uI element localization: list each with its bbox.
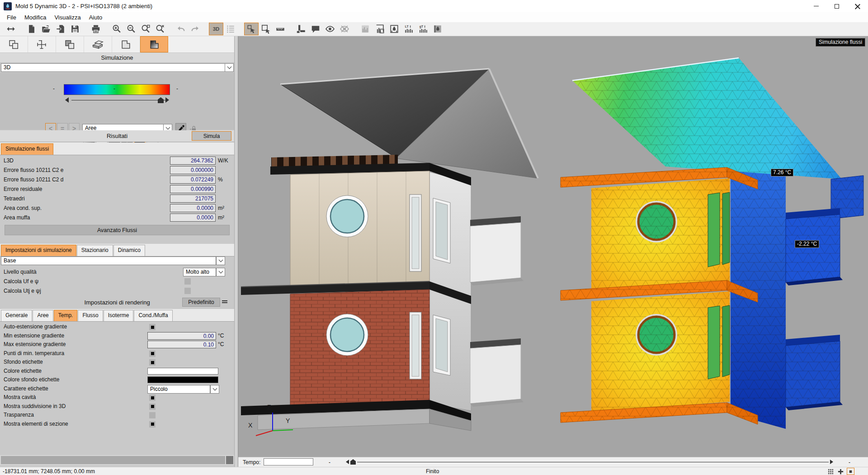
rendering-menu-icon[interactable] [222,299,227,305]
checkbox-checked[interactable] [149,404,156,410]
view-3d-button[interactable]: 3D [209,23,223,35]
time-slider-handle[interactable] [350,459,356,465]
panel-tab-gradient[interactable] [140,36,168,52]
checkbox-checked[interactable] [149,394,156,401]
preset-select-arrow[interactable] [216,256,225,265]
preset-select[interactable]: Base [1,256,216,265]
menu-aiuto[interactable]: Aiuto [85,13,107,22]
gradient-slider-track[interactable] [71,100,166,100]
chart-humidity-button[interactable] [387,23,401,35]
render-list-button[interactable] [223,23,238,35]
chart-results-button[interactable] [358,23,373,35]
snap-cross-icon[interactable] [837,468,844,475]
gradient-colorbar[interactable] [64,84,170,95]
sim-tab-stazionario[interactable]: Stazionario [77,245,113,256]
print-button[interactable] [89,23,103,35]
undo-button[interactable] [174,23,188,35]
chart-lt-button[interactable]: LT [401,23,416,35]
select-button[interactable] [244,23,259,35]
show-element-button[interactable] [323,23,337,35]
panel-tab-compare[interactable] [0,36,28,52]
menu-modifica[interactable]: Modifica [20,13,50,22]
zoom-out-button[interactable] [124,23,138,35]
time-slider-right-arrow[interactable] [830,460,833,464]
value-field[interactable]: 0.10 [147,341,216,348]
gradient-slider-left-arrow[interactable] [65,97,69,103]
checkbox-unchecked[interactable] [149,412,156,418]
redo-button[interactable] [188,23,203,35]
fit-width-button[interactable] [4,23,18,35]
rend-tab-temp-[interactable]: Temp. [54,310,78,321]
comment-button[interactable] [308,23,323,35]
chart-frame-button[interactable] [373,23,387,35]
hide-element-button[interactable] [337,23,352,35]
chart-humidity-fill-button[interactable] [430,23,445,35]
checkbox-unchecked[interactable] [184,278,191,285]
tab-simulazione-flussi[interactable]: Simulazione flussi [1,143,53,155]
checkbox-checked[interactable] [149,324,156,330]
time-input[interactable] [264,458,313,466]
select-arrow[interactable] [210,385,219,394]
simulate-button[interactable]: Simula [192,131,231,141]
zoom-extents-button[interactable] [153,23,167,35]
checkbox-unchecked[interactable] [184,288,191,294]
panel-horizontal-scrollbar[interactable] [0,455,234,465]
view-mode-select[interactable]: 3D [1,63,225,72]
zoom-window-button[interactable] [138,23,153,35]
select-arrow[interactable] [216,268,225,276]
checkbox-checked[interactable] [149,359,156,366]
value-field[interactable]: 0.00 [147,332,216,340]
time-slider-left-arrow[interactable] [346,460,349,464]
gradient-slider-right-arrow[interactable] [165,97,169,103]
sim-tab-dinamico[interactable]: Dinamico [113,245,145,256]
axis-x-label: X [248,422,252,429]
new-file-button[interactable] [24,23,39,35]
view-mode-select-arrow[interactable] [225,63,234,72]
close-button[interactable] [847,0,868,12]
measure-button[interactable] [273,23,288,35]
rend-tab-generale[interactable]: Generale [1,310,32,321]
rend-tab-cond-muffa[interactable]: Cond./Muffa [134,310,172,321]
color-swatch[interactable] [147,368,218,375]
panel-tab-slab[interactable] [84,36,112,52]
result-row: Errore flusso 10211 C2 e0.000000 [0,166,234,175]
select-box[interactable]: Piccolo [147,385,210,394]
rendering-default-button[interactable]: Predefinito [182,298,220,307]
advanced-flux-button[interactable]: Avanzato Flussi [5,225,230,235]
rend-tab-isoterme[interactable]: Isoterme [104,310,134,321]
viewport-3d[interactable]: Simulazione flussi 7.26 °C -2.22 °C Z X … [238,36,868,457]
zoom-in-button[interactable] [109,23,124,35]
maximize-button[interactable] [826,0,847,12]
scrollbar-end-button[interactable] [226,456,233,464]
chart-gt-button[interactable]: gT [416,23,430,35]
panel-tab-move[interactable] [28,36,56,52]
menu-visualizza[interactable]: Visualizza [50,13,85,22]
grid-icon[interactable] [827,468,835,475]
simulation-settings-tabs: Impostazioni di simulazioneStazionarioDi… [0,244,234,256]
select-box[interactable]: Molto alto [183,268,216,276]
checkbox-checked[interactable] [149,351,156,357]
time-slider-track[interactable] [357,462,829,462]
scrollbar-thumb[interactable] [1,456,225,464]
panel-vertical-scrollbar[interactable] [234,36,238,467]
gradient-slider-handle[interactable] [158,97,164,103]
snap-point-icon[interactable] [847,468,854,475]
import-file-button[interactable] [53,23,68,35]
save-file-button[interactable] [68,23,82,35]
rend-tab-flusso[interactable]: Flusso [78,310,103,321]
setting-label: Min estensione gradiente [4,332,64,339]
menu-file[interactable]: File [3,13,20,22]
result-row: Area muffa0.0000m² [0,213,234,223]
axes-button[interactable] [294,23,308,35]
rendering-tabs: GeneraleAreeTemp.FlussoIsotermeCond./Muf… [0,309,234,322]
minimize-button[interactable] [806,0,826,12]
checkbox-checked[interactable] [149,421,156,428]
panel-tab-overlay[interactable] [56,36,84,52]
rend-tab-aree[interactable]: Aree [33,310,53,321]
panel-tab-shape[interactable] [112,36,140,52]
open-file-button[interactable] [39,23,53,35]
result-unit: W/K [218,157,228,164]
color-swatch[interactable] [147,376,218,383]
sim-tab-impostazioni-di-simulazione[interactable]: Impostazioni di simulazione [1,245,76,256]
select-area-button[interactable] [259,23,273,35]
